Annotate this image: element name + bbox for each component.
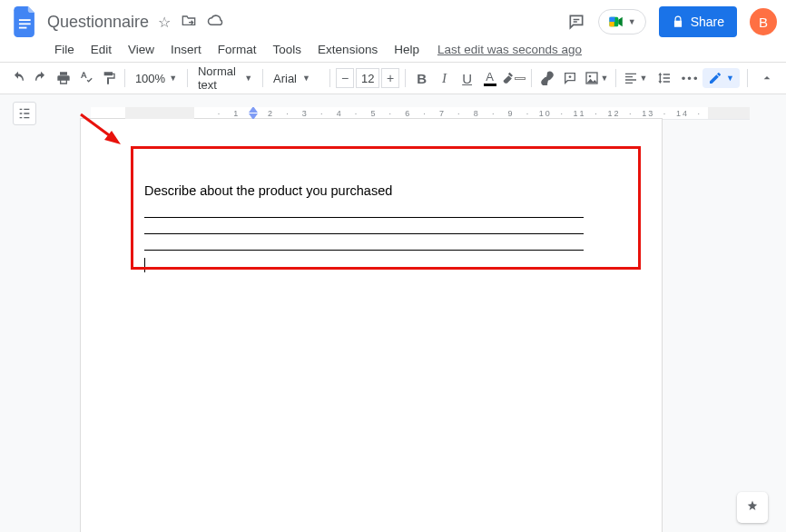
font-size-increase[interactable]: + (381, 68, 399, 88)
more-button[interactable]: ••• (680, 65, 701, 91)
bold-button[interactable]: B (411, 65, 432, 91)
cloud-status-icon[interactable] (207, 14, 223, 30)
svg-rect-1 (19, 23, 31, 25)
open-comments-icon[interactable] (567, 13, 585, 31)
svg-rect-0 (19, 19, 31, 21)
font-size-input[interactable]: 12 (356, 68, 379, 88)
editing-mode-button[interactable]: ▼ (702, 68, 740, 88)
insert-image-button[interactable]: ▼ (583, 65, 610, 91)
svg-point-7 (588, 75, 591, 78)
highlight-button[interactable] (502, 65, 526, 91)
undo-button[interactable] (7, 65, 28, 91)
menu-insert[interactable]: Insert (163, 40, 209, 59)
insert-link-button[interactable] (537, 65, 558, 91)
meet-button[interactable]: ▼ (598, 9, 646, 34)
account-avatar[interactable]: B (750, 8, 777, 35)
insert-comment-button[interactable] (560, 65, 581, 91)
paragraph-style-select[interactable]: Normal text▼ (193, 64, 257, 92)
share-label: Share (691, 15, 724, 29)
menu-view[interactable]: View (121, 40, 162, 59)
chevron-down-icon: ▼ (169, 74, 177, 83)
font-size-decrease[interactable]: − (336, 68, 354, 88)
left-indent-marker[interactable] (249, 113, 258, 120)
workspace: 2·1··1·2·3·4·5·6·7·8·9·10·11·12·13·14·15… (0, 94, 786, 532)
menu-format[interactable]: Format (211, 40, 264, 59)
share-button[interactable]: Share (659, 6, 737, 37)
underline-button[interactable]: U (457, 65, 477, 91)
chevron-down-icon: ▼ (302, 74, 310, 83)
chevron-down-icon: ▼ (726, 74, 734, 83)
redo-button[interactable] (30, 65, 51, 91)
font-family-select[interactable]: Arial▼ (269, 72, 324, 85)
spellcheck-button[interactable] (75, 65, 96, 91)
annotation-highlight-box (131, 146, 641, 270)
move-icon[interactable] (182, 14, 196, 30)
explore-button[interactable] (737, 492, 768, 523)
pencil-icon (708, 71, 722, 85)
menu-extensions[interactable]: Extensions (310, 40, 385, 59)
align-button[interactable]: ▼ (622, 65, 649, 91)
star-icon[interactable]: ☆ (158, 14, 171, 31)
chevron-down-icon: ▼ (628, 17, 636, 26)
meet-icon (608, 14, 624, 30)
show-outline-button[interactable] (13, 102, 36, 125)
menu-edit[interactable]: Edit (84, 40, 119, 59)
toolbar: 100%▼ Normal text▼ Arial▼ − 12 + B I U A… (0, 62, 786, 94)
italic-button[interactable]: I (434, 65, 455, 91)
svg-rect-5 (609, 22, 614, 26)
text-color-button[interactable]: A (479, 65, 500, 91)
lock-icon (672, 15, 684, 28)
svg-rect-4 (609, 17, 614, 22)
menu-file[interactable]: File (47, 40, 82, 59)
chevron-down-icon: ▼ (244, 74, 252, 83)
menu-bar: File Edit View Insert Format Tools Exten… (0, 38, 786, 62)
menu-tools[interactable]: Tools (266, 40, 309, 59)
last-edit-link[interactable]: Last edit was seconds ago (437, 43, 582, 56)
hide-menus-button[interactable] (755, 65, 779, 91)
docs-home-icon[interactable] (9, 5, 42, 38)
paint-format-button[interactable] (98, 65, 119, 91)
line-spacing-button[interactable] (651, 65, 678, 91)
menu-help[interactable]: Help (387, 40, 427, 59)
print-button[interactable] (53, 65, 74, 91)
annotation-arrow (77, 111, 127, 149)
zoom-select[interactable]: 100%▼ (131, 72, 182, 85)
svg-rect-2 (19, 27, 27, 29)
first-line-indent-marker[interactable] (249, 107, 258, 113)
doc-title[interactable]: Questionnaire (47, 13, 149, 32)
